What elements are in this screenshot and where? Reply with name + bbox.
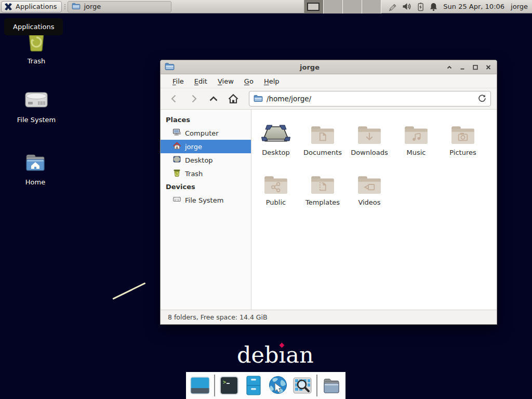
desktop-icon <box>172 155 181 165</box>
menu-edit[interactable]: Edit <box>190 75 212 87</box>
web-browser-icon[interactable] <box>268 375 288 396</box>
file-documents[interactable]: Documents <box>299 116 346 166</box>
svg-text:>: > <box>223 379 226 385</box>
file-cabinet-icon[interactable] <box>243 375 264 396</box>
applications-tooltip: Applications <box>4 18 63 35</box>
desktop-icon-home[interactable]: Home <box>7 152 64 186</box>
battery-charging-icon[interactable] <box>416 2 424 11</box>
statusbar: 8 folders, Free space: 14.4 GiB <box>161 310 497 324</box>
sidebar: Places Computer <box>161 110 251 310</box>
file-templates[interactable]: Templates <box>299 166 346 216</box>
folder-pictures-icon <box>450 116 476 145</box>
folder-templates-icon <box>310 166 336 195</box>
sidebar-item-label: Trash <box>185 170 203 178</box>
desktop-surface-icon <box>261 116 290 145</box>
sidebar-item-jorge[interactable]: jorge <box>161 140 251 153</box>
file-pictures[interactable]: Pictures <box>440 116 486 166</box>
harddrive-icon <box>23 89 49 113</box>
stylus-icon[interactable] <box>388 2 397 11</box>
menu-help[interactable]: Help <box>259 75 284 87</box>
path-bar[interactable]: /home/jorge/ <box>249 91 491 107</box>
panel-username[interactable]: jorge <box>511 3 528 10</box>
desktop-icon-label: Home <box>25 178 45 186</box>
top-panel: Applications jorge <box>0 0 532 14</box>
sidebar-item-desktop[interactable]: Desktop <box>161 153 251 167</box>
workspace-1[interactable] <box>304 0 324 14</box>
dock-separator <box>214 375 215 396</box>
file-public[interactable]: Public <box>252 166 299 216</box>
sidebar-item-label: jorge <box>185 143 202 151</box>
clock[interactable]: Sun 25 Apr, 10:06 <box>443 3 504 10</box>
titlebar[interactable]: jorge <box>161 60 497 74</box>
applications-menu-label: Applications <box>16 3 57 10</box>
drive-icon <box>172 195 181 205</box>
minimize-icon[interactable] <box>458 63 467 72</box>
bottom-dock: > <box>186 372 345 399</box>
xfce-x-icon <box>4 2 13 11</box>
sidebar-item-label: File System <box>185 196 223 204</box>
file-label: Videos <box>358 198 380 206</box>
menu-file[interactable]: File <box>168 75 189 87</box>
volume-icon[interactable] <box>402 2 411 11</box>
file-label: Music <box>407 149 426 156</box>
forward-icon[interactable] <box>184 91 203 107</box>
desktop-icon-label: Trash <box>28 57 45 65</box>
desktop-icon-label: File System <box>17 116 56 124</box>
workspace-switcher <box>304 0 381 14</box>
desktop-icon-file-system[interactable]: File System <box>8 89 65 124</box>
computer-icon <box>172 128 181 138</box>
folder-documents-icon <box>310 116 336 145</box>
file-music[interactable]: Music <box>393 116 440 166</box>
menubar: File Edit View Go Help <box>161 74 497 88</box>
sidebar-item-label: Computer <box>185 129 219 137</box>
menu-view[interactable]: View <box>213 75 238 87</box>
folder-downloads-icon <box>356 116 382 145</box>
taskbar-window-button[interactable]: jorge <box>68 1 171 12</box>
cursor-trail-artifact <box>112 282 145 299</box>
terminal-icon[interactable]: > <box>219 375 240 396</box>
file-label: Pictures <box>449 149 476 156</box>
sidebar-item-label: Desktop <box>185 156 213 164</box>
window-title: jorge <box>175 63 445 71</box>
maximize-icon[interactable] <box>471 63 480 72</box>
folder-music-icon <box>403 116 429 145</box>
file-videos[interactable]: Videos <box>346 166 393 216</box>
file-label: Public <box>266 198 286 206</box>
close-icon[interactable] <box>484 63 493 72</box>
home-icon[interactable] <box>224 91 243 107</box>
notifications-bell-icon[interactable] <box>429 2 438 11</box>
files-area: Desktop Documents <box>251 110 497 310</box>
panel-handle[interactable] <box>62 1 67 12</box>
debian-wallpaper-logo: debıan <box>237 342 314 368</box>
folder-icon <box>72 3 81 11</box>
home-icon <box>172 141 181 152</box>
show-desktop-icon[interactable] <box>190 375 210 396</box>
sidebar-item-trash[interactable]: Trash <box>161 167 251 180</box>
sidebar-item-file-system[interactable]: File System <box>161 193 251 207</box>
folder-icon[interactable] <box>321 375 342 396</box>
dock-separator <box>316 375 317 396</box>
file-label: Templates <box>305 198 340 206</box>
folder-videos-icon <box>356 166 382 195</box>
file-label: Downloads <box>351 149 388 156</box>
file-desktop[interactable]: Desktop <box>252 116 299 166</box>
workspace-4[interactable] <box>362 0 381 14</box>
path-input[interactable]: /home/jorge/ <box>267 95 474 103</box>
workspace-2[interactable] <box>324 0 343 14</box>
workspace-3[interactable] <box>343 0 362 14</box>
sidebar-header-places: Places <box>161 113 251 126</box>
file-label: Desktop <box>262 149 290 156</box>
app-finder-icon[interactable] <box>292 375 313 396</box>
shade-icon[interactable] <box>445 63 454 72</box>
toolbar: /home/jorge/ <box>161 88 497 110</box>
folder-icon <box>254 95 263 103</box>
menu-go[interactable]: Go <box>240 75 258 87</box>
applications-menu-button[interactable]: Applications <box>1 1 62 12</box>
file-downloads[interactable]: Downloads <box>346 116 393 166</box>
back-icon[interactable] <box>165 91 183 107</box>
sidebar-item-computer[interactable]: Computer <box>161 126 251 140</box>
reload-icon[interactable] <box>478 94 486 104</box>
system-tray <box>388 2 438 11</box>
taskbar-window-label: jorge <box>84 3 101 10</box>
up-icon[interactable] <box>204 91 223 107</box>
